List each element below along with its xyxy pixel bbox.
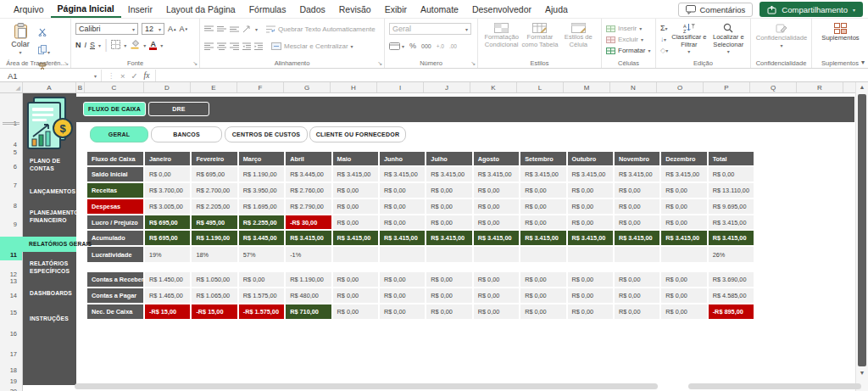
formula-input[interactable] bbox=[156, 70, 868, 81]
align-right-button[interactable] bbox=[230, 38, 239, 53]
table-cell[interactable]: R$ 0,00 bbox=[615, 304, 659, 319]
table-cell[interactable]: R$ 2.205,00 bbox=[192, 199, 236, 214]
table-cell[interactable]: R$ 1.190,00 bbox=[239, 167, 284, 182]
table-cell[interactable]: -R$ 895,00 bbox=[709, 304, 754, 319]
confirm-entry-button[interactable]: ✓ bbox=[131, 71, 138, 81]
table-cell[interactable]: R$ 0,00 bbox=[333, 288, 378, 303]
table-cell[interactable]: R$ 695,00 bbox=[192, 167, 236, 182]
month-header-marco[interactable]: Março bbox=[239, 152, 284, 165]
table-cell[interactable]: R$ 0,00 bbox=[474, 288, 519, 303]
sidebar-item-lancamentos[interactable]: LANÇAMENTOS bbox=[23, 185, 76, 198]
share-button[interactable]: Compartilhamento ▾ bbox=[760, 2, 863, 17]
conditional-formatting-button[interactable]: Formatação Condicional bbox=[482, 23, 520, 48]
table-cell[interactable]: R$ 0,00 bbox=[474, 183, 519, 198]
horizontal-scroll-thumb-right[interactable] bbox=[688, 383, 861, 389]
table-cell[interactable] bbox=[615, 247, 659, 262]
table-cell[interactable]: R$ 3.445,00 bbox=[286, 167, 331, 182]
table-cell[interactable] bbox=[380, 247, 425, 262]
table-cell[interactable]: R$ 695,00 bbox=[145, 215, 190, 229]
sidebar-item-relatorios-especificos[interactable]: RELATÓRIOS ESPECÍFICOS bbox=[23, 257, 76, 277]
vertical-scrollbar[interactable]: ▲ ▼ bbox=[855, 82, 868, 391]
table-cell[interactable]: R$ 0,00 bbox=[426, 215, 471, 229]
row-header-13[interactable]: 13 bbox=[0, 277, 22, 287]
column-header-b[interactable]: B bbox=[76, 82, 85, 92]
subtab-geral[interactable]: GERAL bbox=[90, 126, 148, 142]
table-cell[interactable]: R$ 0,00 bbox=[568, 304, 613, 319]
table-cell[interactable]: R$ 3.415,00 bbox=[286, 231, 331, 245]
table-cell[interactable]: R$ 0,00 bbox=[333, 183, 378, 198]
table-cell[interactable]: R$ 0,00 bbox=[380, 288, 425, 303]
table-cell[interactable]: R$ 1.065,00 bbox=[192, 288, 236, 303]
column-header-h[interactable]: H bbox=[331, 82, 377, 92]
row-label-despesas[interactable]: Despesas bbox=[87, 199, 143, 214]
table-cell[interactable]: R$ 3.415,00 bbox=[474, 167, 519, 182]
table-cell[interactable]: 57% bbox=[239, 247, 284, 262]
menu-tab-pagina-inicial[interactable]: Página Inicial bbox=[51, 0, 121, 18]
scroll-up-icon[interactable]: ▲ bbox=[856, 84, 868, 90]
increase-decimal-button[interactable]: +.0 bbox=[437, 43, 444, 49]
column-header-f[interactable]: F bbox=[237, 82, 284, 92]
dialog-launcher-icon[interactable]: ↘ bbox=[470, 60, 476, 67]
font-size-select[interactable]: 12▾ bbox=[142, 23, 164, 35]
table-cell[interactable]: R$ 3.415,00 bbox=[615, 231, 659, 245]
table-cell[interactable]: 26% bbox=[709, 247, 754, 262]
table-cell[interactable]: R$ 0,00 bbox=[380, 304, 425, 319]
row-header-8[interactable]: 8 bbox=[0, 202, 22, 211]
table-cell[interactable]: R$ 0,00 bbox=[426, 272, 471, 287]
column-header-r[interactable]: R bbox=[797, 82, 843, 92]
accounting-format-button[interactable] bbox=[389, 38, 400, 53]
align-left-button[interactable] bbox=[204, 38, 214, 53]
column-header-o[interactable]: O bbox=[657, 82, 704, 92]
month-header-abril[interactable]: Abril bbox=[286, 152, 331, 165]
cell-styles-button[interactable]: Estilos de Célula bbox=[559, 23, 598, 48]
table-cell[interactable] bbox=[426, 247, 471, 262]
table-cell[interactable]: R$ 0,00 bbox=[145, 167, 190, 182]
table-cell[interactable]: R$ 3.415,00 bbox=[661, 231, 706, 245]
row-label-contas-a-receber[interactable]: Contas a Receber bbox=[87, 272, 143, 287]
table-cell[interactable]: R$ 0,00 bbox=[426, 183, 471, 198]
addins-button[interactable]: Suplementos bbox=[816, 23, 865, 42]
month-header-outubro[interactable]: Outubro bbox=[568, 152, 613, 165]
month-header-julho[interactable]: Julho bbox=[426, 152, 471, 165]
table-cell[interactable]: R$ 3.445,00 bbox=[239, 231, 284, 245]
sidebar-item-dashboards[interactable]: DASHBOARDS bbox=[23, 287, 76, 300]
month-header-fevereiro[interactable]: Fevereiro bbox=[192, 152, 236, 165]
menu-tab-arquivo[interactable]: Arquivo bbox=[7, 0, 51, 18]
table-cell[interactable]: -R$ 30,00 bbox=[286, 215, 331, 229]
menu-tab-layout-da-pagina[interactable]: Layout da Página bbox=[159, 0, 242, 18]
hidden-rows-indicator[interactable] bbox=[3, 122, 19, 125]
font-color-button[interactable]: A bbox=[149, 40, 157, 50]
table-cell[interactable]: R$ 480,00 bbox=[286, 288, 331, 303]
format-cells-button[interactable]: Formatar▾ bbox=[606, 45, 652, 56]
row-header-11[interactable]: 11 bbox=[0, 251, 22, 260]
table-cell[interactable]: R$ 0,00 bbox=[520, 304, 565, 319]
table-cell[interactable]: R$ 710,00 bbox=[286, 304, 331, 319]
row-header-18[interactable]: 18 bbox=[0, 366, 22, 376]
table-cell[interactable]: R$ 0,00 bbox=[333, 304, 378, 319]
sidebar-item-planejamento-financeiro[interactable]: PLANEJAMENTO FINANCEIRO bbox=[23, 206, 76, 226]
tab-dre[interactable]: DRE bbox=[148, 102, 209, 116]
table-cell[interactable]: R$ 0,00 bbox=[333, 272, 378, 287]
table-cell[interactable]: 18% bbox=[192, 247, 236, 262]
menu-tab-formulas[interactable]: Fórmulas bbox=[242, 0, 293, 18]
row-header-9[interactable]: 9 bbox=[0, 221, 22, 230]
wrap-text-button[interactable]: Quebrar Texto Automaticamente bbox=[266, 24, 376, 35]
clear-button[interactable]: ◇▾ bbox=[660, 46, 668, 54]
table-cell[interactable]: R$ 1.695,00 bbox=[239, 199, 284, 214]
decrease-indent-button[interactable] bbox=[242, 38, 251, 53]
paste-button[interactable]: Colar ▾ bbox=[6, 22, 35, 75]
column-header-g[interactable]: G bbox=[284, 82, 331, 92]
copy-button[interactable]: ▾ bbox=[38, 42, 50, 58]
table-cell[interactable]: R$ 3.415,00 bbox=[615, 167, 659, 182]
bold-button[interactable]: N bbox=[75, 41, 81, 49]
column-header-j[interactable]: J bbox=[424, 82, 470, 92]
sort-filter-button[interactable]: AZ Classificar e Filtrar▾ bbox=[670, 23, 707, 55]
table-cell[interactable] bbox=[333, 247, 378, 262]
row-label-lucro-prejuizo[interactable]: Lucro / Prejuízo bbox=[87, 215, 143, 229]
table-cell[interactable]: R$ 3.415,00 bbox=[380, 231, 425, 245]
table-cell[interactable]: R$ 0,00 bbox=[474, 304, 519, 319]
table-cell[interactable]: R$ 3.415,00 bbox=[333, 167, 378, 182]
table-cell[interactable]: R$ 0,00 bbox=[380, 199, 425, 214]
subtab-cliente-ou-fornecedor[interactable]: CLIENTE OU FORNECEDOR bbox=[309, 126, 406, 142]
subtab-bancos[interactable]: BANCOS bbox=[151, 126, 222, 142]
